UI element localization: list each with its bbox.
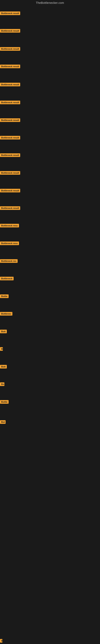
bottleneck-badge[interactable]: Bottleneck result xyxy=(0,83,20,86)
bottleneck-badge-row: Bottleneck result xyxy=(0,118,20,123)
bottleneck-badge-row: Bottlenec xyxy=(0,312,12,316)
bottleneck-badge-row: Bott xyxy=(0,330,7,334)
bottleneck-badge[interactable]: Bott xyxy=(0,365,7,368)
bottleneck-badge[interactable]: Bottlenec xyxy=(0,312,12,316)
bottleneck-badge[interactable]: Bottleneck xyxy=(0,277,14,280)
bottleneck-badge[interactable]: B xyxy=(0,347,3,351)
bottleneck-badge[interactable]: Bott xyxy=(0,330,7,333)
bottleneck-badge-row: B xyxy=(0,639,2,644)
bottleneck-badge[interactable]: Bottle xyxy=(0,400,9,404)
bottleneck-badge[interactable]: Bottleneck result xyxy=(0,12,20,15)
bottleneck-badge-row: Bottleneck result xyxy=(0,136,20,140)
bottleneck-badge-row: B xyxy=(0,347,3,352)
bottleneck-badge-row: Bottleneck result xyxy=(0,47,20,52)
bottleneck-badge[interactable]: Bottleneck resu xyxy=(0,242,19,245)
bottleneck-badge-row: Bottleneck result xyxy=(0,100,20,105)
bottleneck-badge[interactable]: Bot xyxy=(0,420,6,424)
bottleneck-badge[interactable]: Bottleneck result xyxy=(0,100,20,104)
bottleneck-badge[interactable]: Bottleneck result xyxy=(0,189,20,192)
bottleneck-badge[interactable]: Bottleneck resu xyxy=(0,224,19,228)
bottleneck-badge[interactable]: Bottleneck result xyxy=(0,29,20,32)
bottleneck-badge[interactable]: Bottleneck res xyxy=(0,259,18,263)
bottleneck-badge[interactable]: Bottle xyxy=(0,294,9,298)
bottleneck-badge-row: Bottleneck xyxy=(0,277,14,281)
bottleneck-badge-row: Bottle xyxy=(0,294,9,299)
bottleneck-badge-row: Bo xyxy=(0,382,4,387)
bottleneck-badge-row: Bottleneck result xyxy=(0,153,20,158)
bottleneck-badge-row: Bottleneck result xyxy=(0,83,20,87)
site-title: TheBottlenecker.com xyxy=(0,0,100,6)
bottleneck-badge-row: Bottle xyxy=(0,400,9,404)
bottleneck-badge[interactable]: Bo xyxy=(0,382,4,386)
bottleneck-badge-row: Bottleneck resu xyxy=(0,224,19,228)
bottleneck-badge-row: Bottleneck res xyxy=(0,259,18,264)
bottleneck-badge-row: Bottleneck result xyxy=(0,29,20,34)
bottleneck-badge-row: Bottleneck result xyxy=(0,206,20,211)
bottleneck-badge[interactable]: Bottleneck result xyxy=(0,47,20,51)
bottleneck-badge[interactable]: Bottleneck result xyxy=(0,153,20,157)
bottleneck-badge-row: Bottleneck resu xyxy=(0,242,19,246)
bottleneck-badge-row: Bottleneck result xyxy=(0,12,20,16)
bottleneck-badge[interactable]: Bottleneck result xyxy=(0,171,20,175)
bottleneck-badge[interactable]: Bottleneck result xyxy=(0,64,20,68)
bottleneck-badge-row: Bottleneck result xyxy=(0,64,20,69)
bottleneck-badge-row: Bott xyxy=(0,365,7,369)
bottleneck-badge[interactable]: Bottleneck result xyxy=(0,118,20,122)
bottleneck-badge-row: Bot xyxy=(0,420,6,425)
bottleneck-badge[interactable]: Bottleneck result xyxy=(0,136,20,140)
bottleneck-badge-row: Bottleneck result xyxy=(0,189,20,193)
bottleneck-badge[interactable]: Bottleneck result xyxy=(0,206,20,210)
bottleneck-badge-row: Bottleneck result xyxy=(0,171,20,176)
bottleneck-badge[interactable]: B xyxy=(0,639,2,642)
